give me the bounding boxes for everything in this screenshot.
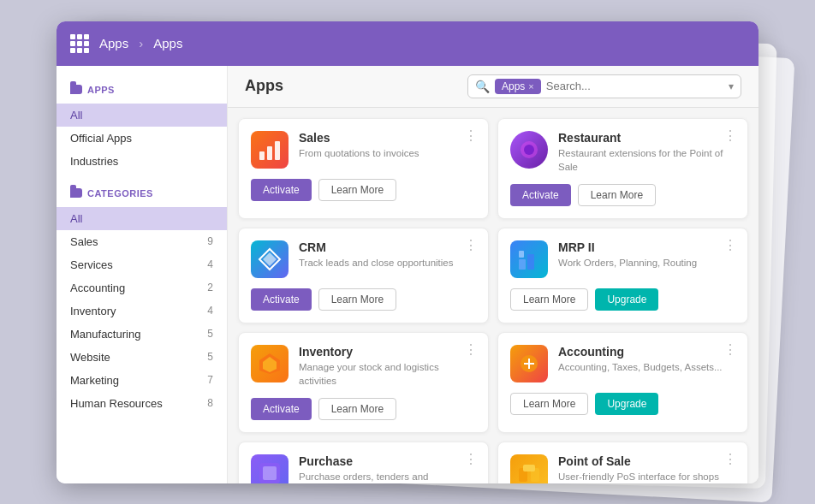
svg-rect-0 — [259, 151, 265, 160]
filter-tag-close[interactable]: × — [528, 81, 533, 92]
search-input[interactable] — [546, 80, 723, 92]
svg-rect-19 — [523, 465, 535, 471]
app-info-sales: Sales From quotations to invoices — [299, 131, 476, 160]
sidebar-item-manufacturing[interactable]: Manufacturing 5 — [57, 323, 227, 346]
sidebar-sales-label: Sales — [70, 235, 98, 248]
sidebar-item-marketing[interactable]: Marketing 7 — [57, 369, 227, 392]
categories-section-header: CATEGORIES — [57, 183, 227, 204]
app-card-menu-purchase[interactable]: ⋮ — [464, 453, 478, 466]
content-area: APPS All Official Apps Industries CATEGO… — [57, 66, 758, 483]
app-card-header-sales: Sales From quotations to invoices — [251, 131, 476, 169]
sidebar-item-official-apps-label: Official Apps — [70, 132, 132, 145]
btn-upgrade-accounting[interactable]: Upgrade — [595, 393, 658, 415]
main-content: Apps 🔍 Apps × ▾ ⋮ — [228, 66, 758, 483]
app-card-menu-accounting[interactable]: ⋮ — [723, 343, 737, 357]
app-card-header-mrpii: MRP II Work Orders, Planning, Routing — [510, 240, 735, 278]
app-icon-crm — [251, 240, 289, 278]
sidebar-item-accounting[interactable]: Accounting 2 — [57, 276, 227, 299]
sidebar-item-inventory[interactable]: Inventory 4 — [57, 299, 227, 323]
app-card-sales: ⋮ Sales From quotat — [238, 118, 489, 219]
btn-activate-inventory[interactable]: Activate — [251, 398, 312, 420]
app-name-restaurant: Restaurant — [558, 131, 735, 145]
app-card-header-purchase: Purchase Purchase orders, tenders and ag… — [251, 454, 476, 483]
page-title: Apps — [245, 77, 283, 95]
btn-activate-crm[interactable]: Activate — [251, 288, 312, 311]
sidebar-website-count: 5 — [207, 351, 213, 363]
app-card-menu-restaurant[interactable]: ⋮ — [723, 129, 737, 143]
btn-learn-inventory[interactable]: Learn More — [318, 398, 396, 420]
sidebar-all-categories-label: All — [70, 212, 82, 225]
sidebar-item-industries[interactable]: Industries — [57, 150, 227, 173]
btn-learn-sales[interactable]: Learn More — [318, 179, 396, 201]
sidebar-website-label: Website — [70, 351, 110, 364]
app-card-mrpii: ⋮ MRP II Work Order — [497, 228, 748, 323]
btn-learn-restaurant[interactable]: Learn More — [578, 184, 656, 206]
app-card-actions-mrpii: Learn More Upgrade — [510, 288, 735, 311]
app-card-purchase: ⋮ Purchase Purchase orders, tenders an — [238, 442, 489, 483]
btn-learn-mrpii[interactable]: Learn More — [510, 288, 588, 311]
app-card-menu-mrpii[interactable]: ⋮ — [723, 239, 737, 252]
sidebar-item-hr[interactable]: Human Resources 8 — [57, 392, 227, 415]
apps-folder-icon — [70, 85, 82, 94]
btn-learn-crm[interactable]: Learn More — [318, 288, 396, 311]
app-icon-restaurant — [510, 131, 548, 169]
sidebar-hr-count: 8 — [207, 397, 213, 409]
sidebar-sales-count: 9 — [207, 235, 213, 247]
search-icon: 🔍 — [475, 80, 490, 93]
app-name-sales: Sales — [299, 131, 476, 145]
app-desc-restaurant: Restaurant extensions for the Point of S… — [558, 146, 735, 174]
app-card-menu-pos[interactable]: ⋮ — [723, 453, 737, 466]
app-card-menu-inventory[interactable]: ⋮ — [464, 343, 478, 357]
app-desc-mrpii: Work Orders, Planning, Routing — [558, 256, 735, 270]
sidebar-services-label: Services — [70, 258, 113, 271]
topbar-separator: › — [139, 36, 143, 50]
sidebar-item-services[interactable]: Services 4 — [57, 253, 227, 276]
app-name-accounting: Accounting — [558, 345, 735, 359]
app-info-restaurant: Restaurant Restaurant extensions for the… — [558, 131, 735, 174]
app-info-inventory: Inventory Manage your stock and logistic… — [299, 345, 476, 388]
svg-rect-9 — [519, 251, 524, 258]
sidebar-item-sales[interactable]: Sales 9 — [57, 230, 227, 253]
app-card-actions-restaurant: Activate Learn More — [510, 184, 735, 206]
sidebar-item-all-categories[interactable]: All — [57, 207, 227, 230]
app-icon-accounting — [510, 345, 548, 382]
app-card-menu-crm[interactable]: ⋮ — [464, 239, 478, 252]
app-name-crm: CRM — [299, 240, 476, 254]
app-icon-purchase — [251, 454, 289, 483]
svg-point-4 — [524, 145, 534, 155]
app-desc-accounting: Accounting, Taxes, Budgets, Assets... — [558, 360, 735, 374]
app-desc-inventory: Manage your stock and logistics activiti… — [299, 360, 476, 388]
app-card-menu-sales[interactable]: ⋮ — [464, 129, 478, 143]
sidebar-item-industries-label: Industries — [70, 155, 118, 168]
sidebar-manufacturing-label: Manufacturing — [70, 328, 140, 341]
btn-activate-restaurant[interactable]: Activate — [510, 184, 571, 206]
sidebar-marketing-label: Marketing — [70, 374, 119, 387]
sidebar-marketing-count: 7 — [207, 374, 213, 386]
grid-icon — [70, 34, 89, 53]
apps-section-title: APPS — [87, 85, 115, 95]
sidebar-item-all-apps[interactable]: All — [57, 104, 227, 127]
app-card-actions-sales: Activate Learn More — [251, 179, 476, 201]
search-dropdown-arrow-icon[interactable]: ▾ — [729, 80, 734, 92]
app-info-pos: Point of Sale User-friendly PoS interfac… — [558, 454, 735, 483]
categories-folder-icon — [70, 188, 82, 198]
screenshot-wrapper: Apps › Apps APPS All Official Apps — [0, 0, 815, 504]
app-name-purchase: Purchase — [299, 454, 476, 468]
filter-tag-label: Apps — [502, 80, 525, 92]
sidebar-services-count: 4 — [207, 258, 213, 270]
svg-rect-1 — [267, 146, 272, 160]
app-card-header-inventory: Inventory Manage your stock and logistic… — [251, 345, 476, 388]
page-header: Apps 🔍 Apps × ▾ — [228, 66, 758, 108]
app-icon-sales — [251, 131, 289, 169]
btn-upgrade-mrpii[interactable]: Upgrade — [595, 288, 658, 311]
app-card-actions-accounting: Learn More Upgrade — [510, 393, 735, 415]
main-window: Apps › Apps APPS All Official Apps — [57, 21, 758, 483]
svg-rect-2 — [275, 141, 280, 160]
sidebar-item-official-apps[interactable]: Official Apps — [57, 127, 227, 150]
sidebar-accounting-count: 2 — [207, 282, 213, 294]
btn-learn-accounting[interactable]: Learn More — [510, 393, 588, 415]
app-desc-purchase: Purchase orders, tenders and agreements — [299, 470, 476, 483]
sidebar-item-website[interactable]: Website 5 — [57, 346, 227, 369]
btn-activate-sales[interactable]: Activate — [251, 179, 312, 201]
app-info-crm: CRM Track leads and close opportunities — [299, 240, 476, 270]
